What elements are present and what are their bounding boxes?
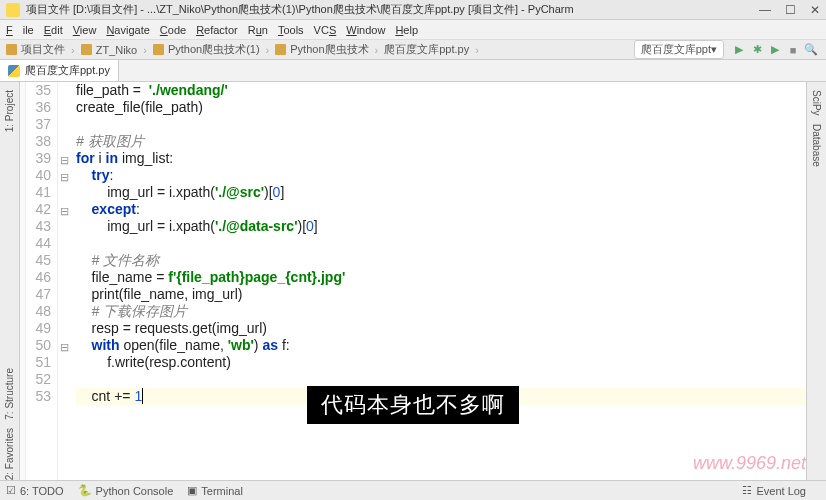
editor-tab-label: 爬百度文库ppt.py	[25, 63, 110, 78]
left-tool-strip: 1: Project 7: Structure 2: Favorites	[0, 82, 20, 480]
menu-refactor[interactable]: Refactor	[196, 24, 238, 36]
menu-code[interactable]: Code	[160, 24, 186, 36]
watermark: www.9969.net	[693, 453, 806, 474]
menubar: File Edit View Navigate Code Refactor Ru…	[0, 20, 826, 40]
menu-help[interactable]: Help	[395, 24, 418, 36]
editor-tab-active[interactable]: 爬百度文库ppt.py	[0, 60, 119, 81]
window-title: 项目文件 [D:\项目文件] - ...\ZT_Niko\Python爬虫技术(…	[26, 2, 759, 17]
navigation-bar: 项目文件 ZT_Niko Python爬虫技术(1) Python爬虫技术 爬百…	[0, 40, 826, 60]
folder-icon	[275, 44, 286, 55]
breadcrumb-item[interactable]: Python爬虫技术	[275, 42, 378, 57]
menu-vcs[interactable]: VCS	[314, 24, 337, 36]
tool-favorites[interactable]: 2: Favorites	[4, 428, 15, 480]
close-button[interactable]: ✕	[810, 3, 820, 17]
bottom-tool-tabs: ☑ 6: TODO 🐍 Python Console ▣ Terminal ☷ …	[0, 480, 826, 500]
fold-gutter: ⊟⊟⊟⊟	[58, 82, 72, 480]
menu-view[interactable]: View	[73, 24, 97, 36]
tool-scipy[interactable]: SciPy	[811, 90, 822, 116]
editor-tabs: 爬百度文库ppt.py	[0, 60, 826, 82]
run-button[interactable]: ▶	[732, 43, 746, 57]
maximize-button[interactable]: ☐	[785, 3, 796, 17]
tool-project[interactable]: 1: Project	[4, 90, 15, 132]
line-number-gutter: 35363738394041424344454647484950515253	[26, 82, 58, 480]
breadcrumb-item[interactable]: 爬百度文库ppt.py	[384, 42, 479, 57]
menu-navigate[interactable]: Navigate	[106, 24, 149, 36]
menu-tools[interactable]: Tools	[278, 24, 304, 36]
run-coverage-button[interactable]: ▶	[768, 43, 782, 57]
breadcrumb-item[interactable]: ZT_Niko	[81, 44, 147, 56]
folder-icon	[6, 44, 17, 55]
python-file-icon	[8, 65, 20, 77]
tab-event-log[interactable]: ☷ Event Log	[742, 484, 806, 497]
video-caption: 代码本身也不多啊	[307, 386, 519, 424]
menu-window[interactable]: Window	[346, 24, 385, 36]
tool-database[interactable]: Database	[811, 124, 822, 167]
minimize-button[interactable]: —	[759, 3, 771, 17]
tool-structure[interactable]: 7: Structure	[4, 368, 15, 420]
menu-run[interactable]: Run	[248, 24, 268, 36]
debug-button[interactable]: ✱	[750, 43, 764, 57]
window-titlebar: 项目文件 [D:\项目文件] - ...\ZT_Niko\Python爬虫技术(…	[0, 0, 826, 20]
menu-edit[interactable]: Edit	[44, 24, 63, 36]
folder-icon	[153, 44, 164, 55]
tab-python-console[interactable]: 🐍 Python Console	[78, 484, 174, 497]
window-controls: — ☐ ✕	[759, 3, 820, 17]
folder-icon	[81, 44, 92, 55]
breadcrumb-item[interactable]: Python爬虫技术(1)	[153, 42, 269, 57]
tab-terminal[interactable]: ▣ Terminal	[187, 484, 243, 497]
search-button[interactable]: 🔍	[804, 43, 818, 57]
breadcrumb-item[interactable]: 项目文件	[6, 42, 75, 57]
stop-button[interactable]: ■	[786, 43, 800, 57]
tab-todo[interactable]: ☑ 6: TODO	[6, 484, 64, 497]
pycharm-logo-icon	[6, 3, 20, 17]
right-tool-strip: SciPy Database	[806, 82, 826, 480]
menu-file[interactable]: File	[6, 24, 34, 36]
run-configuration-selector[interactable]: 爬百度文库ppt ▾	[634, 40, 724, 59]
